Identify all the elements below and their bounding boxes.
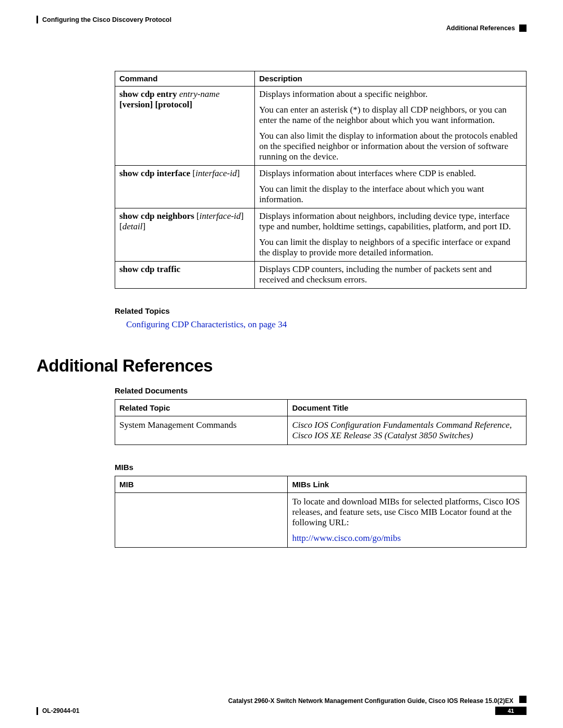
- header-bar-icon: [36, 16, 38, 23]
- page-number: 41: [495, 707, 527, 715]
- th-related-topic: Related Topic: [115, 400, 288, 416]
- footer-ol: OL-29044-01: [36, 707, 79, 715]
- description-cell: Displays CDP counters, including the num…: [255, 262, 527, 289]
- chapter-title: Configuring the Cisco Discovery Protocol: [42, 16, 172, 23]
- mib-cell: [115, 493, 288, 548]
- command-table: Command Description show cdp entry entry…: [115, 71, 527, 289]
- related-topic-link[interactable]: Configuring CDP Characteristics, on page…: [126, 319, 287, 329]
- description-cell: Displays information about neighbors, in…: [255, 208, 527, 262]
- command-cell: show cdp interface [[interface-id]interf…: [115, 166, 255, 208]
- th-description: Description: [255, 71, 527, 87]
- footer-guide-title: Catalyst 2960-X Switch Network Managemen…: [228, 697, 513, 705]
- page-content: Command Description show cdp entry entry…: [36, 71, 527, 548]
- header-right: Additional References: [446, 16, 527, 32]
- document-title-cell: Cisco IOS Configuration Fundamentals Com…: [288, 416, 527, 445]
- table-row: To locate and download MIBs for selected…: [115, 493, 527, 548]
- header-square-icon: [519, 24, 527, 32]
- document-page: Configuring the Cisco Discovery Protocol…: [0, 0, 563, 728]
- description-cell: Displays information about interfaces wh…: [255, 166, 527, 208]
- related-documents-heading: Related Documents: [115, 386, 527, 395]
- page-footer: Catalyst 2960-X Switch Network Managemen…: [0, 696, 563, 715]
- related-documents-table: Related Topic Document Title System Mana…: [115, 399, 527, 445]
- header-chapter: Configuring the Cisco Discovery Protocol: [36, 16, 172, 23]
- related-topic-cell: System Management Commands: [115, 416, 288, 445]
- mibs-link-cell: To locate and download MIBs for selected…: [288, 493, 527, 548]
- table-row: System Management Commands Cisco IOS Con…: [115, 416, 527, 445]
- mibs-table: MIB MIBs Link To locate and download MIB…: [115, 476, 527, 548]
- section-title-header: Additional References: [446, 24, 515, 32]
- th-mibs-link: MIBs Link: [288, 476, 527, 493]
- footer-ol-number: OL-29044-01: [42, 707, 79, 714]
- th-command: Command: [115, 71, 255, 87]
- description-cell: Displays information about a specific ne…: [255, 87, 527, 166]
- th-mib: MIB: [115, 476, 288, 493]
- footer-bar-icon: [36, 707, 38, 715]
- page-header: Configuring the Cisco Discovery Protocol…: [36, 16, 527, 32]
- table-row: show cdp neighbors [interface-id] [detai…: [115, 208, 527, 262]
- mibs-heading: MIBs: [115, 463, 527, 472]
- table-row: show cdp traffic Displays CDP counters, …: [115, 262, 527, 289]
- table-row: show cdp entry entry-name [version] [pro…: [115, 87, 527, 166]
- related-topics-heading: Related Topics: [115, 306, 527, 315]
- section-heading: Additional References: [36, 356, 527, 376]
- mibs-url-link[interactable]: http://www.cisco.com/go/mibs: [292, 533, 401, 543]
- footer-square-icon: [519, 696, 527, 703]
- table-row: show cdp interface [[interface-id]interf…: [115, 166, 527, 208]
- command-cell: show cdp neighbors [interface-id] [detai…: [115, 208, 255, 262]
- command-cell: show cdp entry entry-name [version] [pro…: [115, 87, 255, 166]
- command-cell: show cdp traffic: [115, 262, 255, 289]
- th-document-title: Document Title: [288, 400, 527, 416]
